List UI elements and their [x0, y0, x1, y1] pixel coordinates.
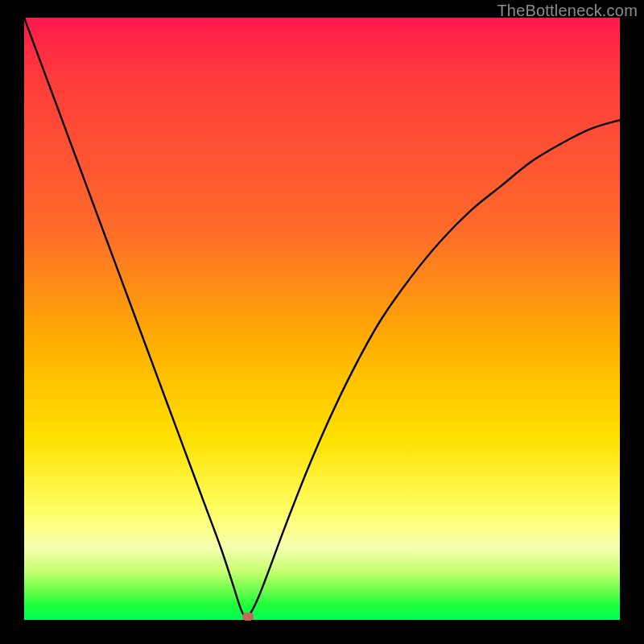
bottleneck-curve-path: [24, 18, 620, 617]
bottleneck-curve: [24, 18, 620, 620]
optimal-point-marker: [242, 613, 254, 621]
chart-frame: TheBottleneck.com: [0, 0, 644, 644]
watermark-text: TheBottleneck.com: [497, 2, 638, 20]
plot-area: [24, 18, 620, 620]
